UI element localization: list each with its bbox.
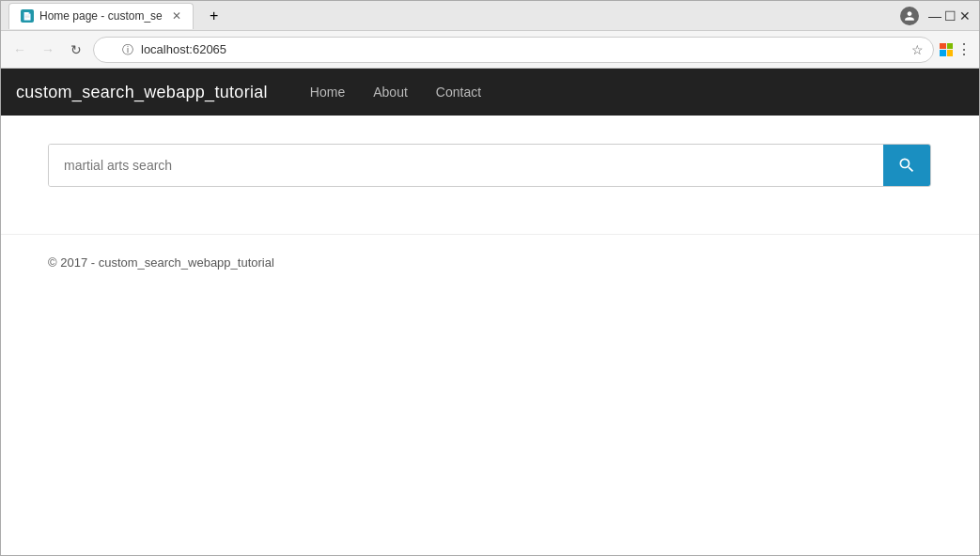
search-container <box>48 144 931 187</box>
main-content <box>1 116 979 215</box>
nav-link-contact[interactable]: Contact <box>422 69 495 116</box>
nav-link-home[interactable]: Home <box>296 69 359 116</box>
maximize-button[interactable]: ☐ <box>943 9 957 23</box>
active-tab[interactable]: 📄 Home page - custom_se ✕ <box>8 3 194 29</box>
minimize-button[interactable]: — <box>928 9 941 23</box>
title-bar: 📄 Home page - custom_se ✕ + — ☐ ✕ <box>1 1 979 31</box>
windows-icon[interactable] <box>940 43 953 56</box>
browser-actions: ⋮ <box>940 40 972 58</box>
tab-close-button[interactable]: ✕ <box>172 9 181 23</box>
browser-window: 📄 Home page - custom_se ✕ + — ☐ ✕ ← → ↻ … <box>0 0 980 556</box>
url-text: localhost:62065 <box>141 42 226 56</box>
forward-button[interactable]: → <box>37 39 59 61</box>
search-button[interactable] <box>883 145 930 186</box>
app-brand[interactable]: custom_search_webapp_tutorial <box>16 83 268 102</box>
refresh-button[interactable]: ↻ <box>65 39 87 61</box>
back-button[interactable]: ← <box>8 39 31 61</box>
bookmark-icon[interactable]: ☆ <box>911 42 924 57</box>
profile-icon[interactable] <box>900 7 919 25</box>
tab-bar: 📄 Home page - custom_se ✕ + <box>8 3 900 29</box>
nav-links: Home About Contact <box>296 69 495 116</box>
url-bar[interactable]: ⓘ localhost:62065 ☆ <box>93 37 934 63</box>
search-input[interactable] <box>49 145 883 186</box>
nav-link-about[interactable]: About <box>359 69 422 116</box>
search-icon <box>897 156 916 175</box>
new-tab-button[interactable]: + <box>197 3 231 29</box>
close-button[interactable]: ✕ <box>958 9 972 23</box>
title-bar-right: — ☐ ✕ <box>900 7 972 25</box>
app-navbar: custom_search_webapp_tutorial Home About… <box>1 69 979 116</box>
tab-favicon: 📄 <box>21 9 34 23</box>
page-footer: © 2017 - custom_search_webapp_tutorial <box>1 234 979 289</box>
url-info-icon: ⓘ <box>122 42 137 57</box>
tab-title: Home page - custom_se <box>39 9 163 23</box>
page-content: custom_search_webapp_tutorial Home About… <box>1 69 979 555</box>
footer-text: © 2017 - custom_search_webapp_tutorial <box>48 255 274 270</box>
address-bar: ← → ↻ ⓘ localhost:62065 ☆ ⋮ <box>1 31 979 69</box>
browser-menu-button[interactable]: ⋮ <box>957 40 972 58</box>
